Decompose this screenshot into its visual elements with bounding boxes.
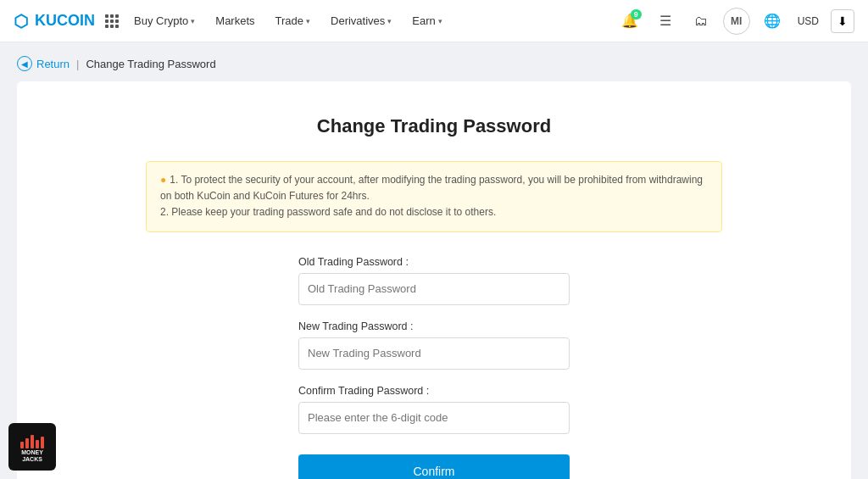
notification-badge: 9: [631, 9, 642, 19]
return-circle-icon: ◀: [17, 56, 32, 71]
nav-derivatives[interactable]: Derivatives ▾: [322, 0, 400, 42]
new-password-input[interactable]: [298, 337, 570, 370]
orders-button[interactable]: 🗂: [687, 8, 715, 35]
content-area: ◀ Return | Change Trading Password Chang…: [0, 42, 868, 479]
currency-button[interactable]: USD: [794, 15, 822, 27]
download-button[interactable]: ⬇: [831, 9, 854, 33]
confirm-password-input[interactable]: [298, 402, 570, 434]
bar-4: [36, 440, 39, 448]
navbar: ⬡ KUCOIN Buy Crypto ▾ Markets Trade ▾ De…: [0, 0, 868, 42]
change-password-form: Old Trading Password : New Trading Passw…: [298, 256, 570, 479]
warning-line-2: 2. Please keep your trading password saf…: [160, 204, 708, 220]
new-password-label: New Trading Password :: [298, 320, 570, 332]
nav-earn[interactable]: Earn ▾: [403, 0, 450, 42]
breadcrumb: ◀ Return | Change Trading Password: [17, 56, 851, 71]
avatar-button[interactable]: MI: [723, 8, 750, 35]
chevron-down-icon: ▾: [387, 17, 392, 25]
watermark: MONEY JACKS: [8, 423, 56, 471]
page-title: Change Trading Password: [34, 115, 834, 137]
watermark-bars: [20, 432, 44, 448]
nav-buy-crypto[interactable]: Buy Crypto ▾: [125, 0, 203, 42]
old-password-group: Old Trading Password :: [298, 256, 570, 305]
language-icon[interactable]: 🌐: [759, 8, 786, 35]
watermark-line1: MONEY: [21, 449, 43, 455]
logo-icon: ⬡: [14, 11, 28, 31]
grid-menu-icon[interactable]: [105, 14, 119, 28]
old-password-input[interactable]: [298, 273, 570, 305]
warning-line-1: ●1. To protect the security of your acco…: [160, 172, 708, 204]
chevron-down-icon: ▾: [306, 17, 310, 25]
chevron-down-icon: ▾: [438, 17, 442, 25]
bar-2: [25, 438, 29, 448]
watermark-line2: JACKS: [22, 456, 42, 462]
breadcrumb-separator: |: [76, 58, 79, 70]
warning-icon: ●: [160, 174, 166, 186]
logo[interactable]: ⬡ KUCOIN: [14, 11, 95, 31]
confirm-button[interactable]: Confirm: [298, 454, 570, 479]
bar-5: [41, 437, 44, 448]
nav-markets[interactable]: Markets: [207, 0, 263, 42]
notification-button[interactable]: 🔔 9: [616, 8, 643, 35]
navbar-right: 🔔 9 ☰ 🗂 MI 🌐 USD ⬇: [616, 8, 854, 35]
chevron-down-icon: ▾: [191, 17, 195, 25]
nav-trade[interactable]: Trade ▾: [267, 0, 319, 42]
breadcrumb-current-page: Change Trading Password: [86, 58, 215, 70]
confirm-password-label: Confirm Trading Password :: [298, 385, 570, 397]
warning-box: ●1. To protect the security of your acco…: [146, 161, 722, 232]
new-password-group: New Trading Password :: [298, 320, 570, 370]
bar-1: [20, 442, 24, 448]
wallet-button[interactable]: ☰: [652, 8, 679, 35]
confirm-password-group: Confirm Trading Password :: [298, 385, 570, 434]
logo-text: KUCOIN: [35, 12, 95, 30]
old-password-label: Old Trading Password :: [298, 256, 570, 268]
return-link[interactable]: ◀ Return: [17, 56, 70, 71]
bar-3: [31, 435, 34, 448]
main-card: Change Trading Password ●1. To protect t…: [17, 81, 851, 479]
